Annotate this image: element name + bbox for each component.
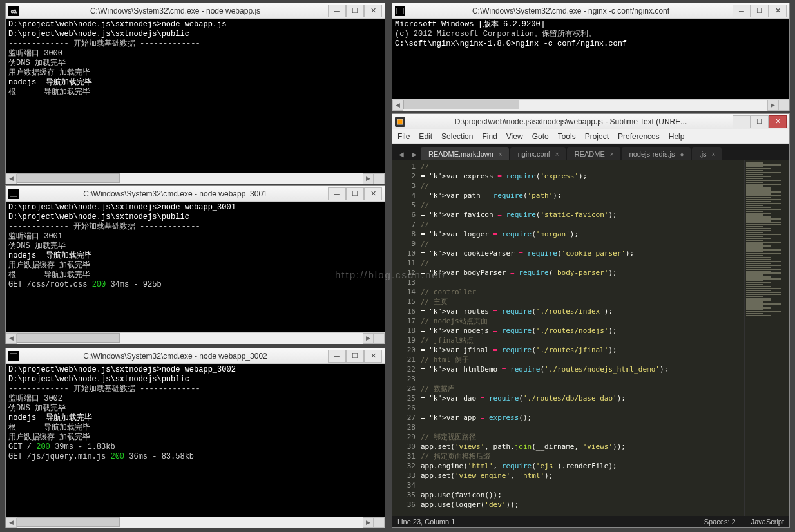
close-button[interactable]: ✕ [769,115,787,128]
status-line-col: Line 23, Column 1 [398,518,689,526]
cmd-icon [395,6,405,16]
code-text[interactable]: // = "k">var express = require('express'… [421,160,744,516]
tabbar[interactable]: ◀ ▶ README.markdown×nginx.conf×README×no… [392,144,789,160]
titlebar[interactable]: c:\ C:\Windows\System32\cmd.exe - node w… [6,3,385,19]
close-button[interactable]: ✕ [364,187,382,200]
menubar[interactable]: FileEditSelectionFindViewGotoToolsProjec… [392,129,789,144]
svg-text:c:\: c:\ [11,8,17,14]
close-button[interactable]: ✕ [769,5,787,17]
scroll-thumb[interactable] [17,517,120,527]
console-output: D:\project\web\node.js\sxtnodejs>node we… [6,202,385,332]
tab-close-icon[interactable]: × [712,151,716,158]
minimize-button[interactable]: ─ [328,350,346,363]
scroll-track[interactable] [17,517,363,528]
maximize-button[interactable]: ☐ [751,115,769,128]
resize-grip[interactable] [374,333,385,344]
svg-rect-5 [398,119,403,124]
titlebar[interactable]: C:\Windows\System32\cmd.exe - nginx -c c… [392,3,789,19]
minimize-button[interactable]: ─ [733,5,751,17]
titlebar[interactable]: D:\project\web\node.js\sxtnodejs\webapp.… [392,114,789,129]
svg-rect-2 [10,191,17,197]
scrollbar-horizontal[interactable]: ◀ ▶ [6,173,385,184]
scroll-track[interactable] [17,333,363,344]
scroll-right-icon[interactable]: ▶ [363,333,374,344]
maximize-button[interactable]: ☐ [346,187,364,200]
minimize-button[interactable]: ─ [328,187,346,200]
svg-rect-4 [396,8,404,14]
scroll-right-icon[interactable]: ▶ [363,517,374,528]
scroll-thumb[interactable] [17,333,120,343]
tab-close-icon[interactable]: × [610,151,614,158]
statusbar: Line 23, Column 1 Spaces: 2 JavaScript [392,516,789,527]
scrollbar-horizontal[interactable]: ◀ ▶ [6,517,385,527]
tab-nodejs-redis-js[interactable]: nodejs-redis.js● [622,147,691,160]
tab-prev-icon[interactable]: ◀ [395,148,408,160]
cmd-icon [8,351,19,361]
menu-file[interactable]: File [398,132,410,141]
titlebar[interactable]: C:\Windows\System32\cmd.exe - node webap… [6,186,385,202]
tab-README[interactable]: README× [567,147,620,160]
scroll-right-icon[interactable]: ▶ [767,100,778,111]
resize-grip[interactable] [778,100,789,111]
sublime-icon [395,117,405,127]
close-button[interactable]: ✕ [364,5,382,17]
maximize-button[interactable]: ☐ [346,5,364,17]
menu-selection[interactable]: Selection [441,132,473,141]
watermark: http://blog.csdn.net/ [335,269,446,280]
tab-nginx-conf[interactable]: nginx.conf× [510,147,566,160]
menu-find[interactable]: Find [482,132,497,141]
cmd-icon: c:\ [8,6,19,16]
menu-preferences[interactable]: Preferences [618,132,660,141]
minimize-button[interactable]: ─ [733,115,751,128]
line-number-gutter: 1234567891011121314151617181920212223242… [392,160,421,516]
tab-close-icon[interactable]: × [555,151,559,158]
menu-project[interactable]: Project [585,132,609,141]
scroll-left-icon[interactable]: ◀ [6,517,17,528]
menu-help[interactable]: Help [669,132,685,141]
window-title: C:\Windows\System32\cmd.exe - node webap… [23,352,328,361]
console-output: D:\project\web\node.js\sxtnodejs>node we… [6,19,385,173]
scrollbar-horizontal[interactable]: ◀ ▶ [6,332,385,343]
scroll-left-icon[interactable]: ◀ [6,173,17,184]
window-title: C:\Windows\System32\cmd.exe - node webap… [23,189,328,198]
cmd-window-nginx: C:\Windows\System32\cmd.exe - nginx -c c… [392,3,790,111]
tab-README-markdown[interactable]: README.markdown× [421,147,509,160]
tab--js[interactable]: .js× [692,147,722,160]
maximize-button[interactable]: ☐ [751,5,769,17]
resize-grip[interactable] [374,517,385,528]
maximize-button[interactable]: ☐ [346,350,364,363]
scroll-left-icon[interactable]: ◀ [392,100,403,111]
console-output: D:\project\web\node.js\sxtnodejs>node we… [6,364,385,517]
dirty-indicator-icon[interactable]: ● [680,151,684,158]
scroll-right-icon[interactable]: ▶ [363,173,374,184]
status-indentation[interactable]: Spaces: 2 [704,518,736,526]
tab-close-icon[interactable]: × [499,151,503,158]
scroll-thumb[interactable] [17,173,120,183]
minimap[interactable] [744,160,789,516]
scroll-track[interactable] [403,100,767,111]
window-title: C:\Windows\System32\cmd.exe - nginx -c c… [409,6,733,15]
cmd-window-webapp: c:\ C:\Windows\System32\cmd.exe - node w… [5,3,385,184]
resize-grip[interactable] [374,173,385,184]
editor-area[interactable]: 1234567891011121314151617181920212223242… [392,160,789,516]
window-title: D:\project\web\node.js\sxtnodejs\webapp.… [409,117,733,126]
menu-goto[interactable]: Goto [532,132,549,141]
scroll-track[interactable] [17,173,363,184]
scrollbar-horizontal[interactable]: ◀ ▶ [392,99,789,110]
window-title: C:\Windows\System32\cmd.exe - node webap… [23,6,328,15]
status-language[interactable]: JavaScript [751,518,784,526]
minimize-button[interactable]: ─ [328,5,346,17]
titlebar[interactable]: C:\Windows\System32\cmd.exe - node webap… [6,348,385,364]
cmd-window-webapp-3001: C:\Windows\System32\cmd.exe - node webap… [5,185,385,344]
scroll-left-icon[interactable]: ◀ [6,333,17,344]
menu-view[interactable]: View [506,132,523,141]
console-output: Microsoft Windows [版本 6.2.9200](c) 2012 … [392,19,789,99]
menu-edit[interactable]: Edit [419,132,432,141]
tab-next-icon[interactable]: ▶ [408,148,421,160]
svg-rect-3 [10,353,17,359]
cmd-window-webapp-3002: C:\Windows\System32\cmd.exe - node webap… [5,348,385,528]
close-button[interactable]: ✕ [364,350,382,363]
scroll-thumb[interactable] [403,100,519,109]
menu-tools[interactable]: Tools [558,132,576,141]
sublime-window: D:\project\web\node.js\sxtnodejs\webapp.… [392,113,790,528]
